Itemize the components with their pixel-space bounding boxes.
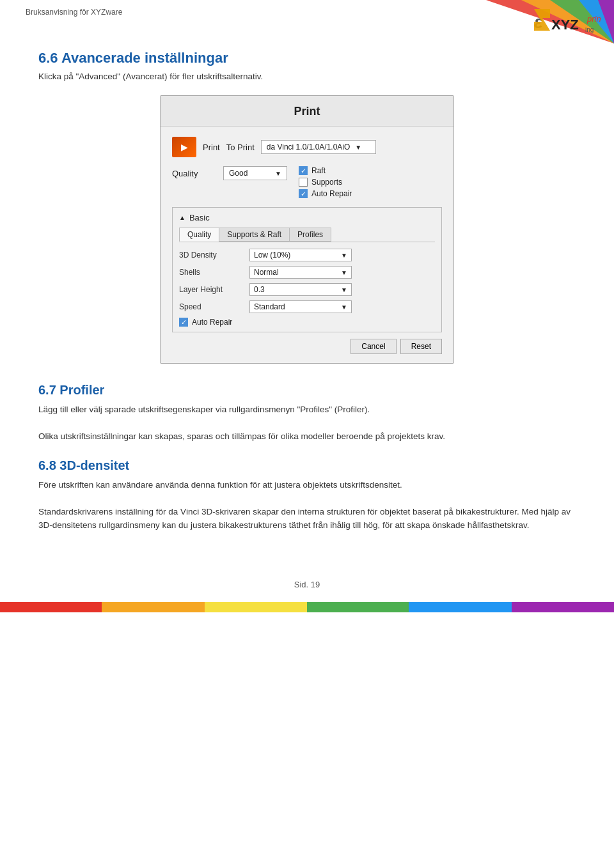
- raft-checkbox[interactable]: ✓: [299, 166, 308, 175]
- section-66-intro: Klicka på "Advanced" (Avancerat) för fle…: [38, 72, 576, 81]
- quality-label: Quality: [172, 166, 223, 178]
- quality-row: Quality Good ▼ ✓ Raft Supports: [172, 166, 442, 198]
- basic-header: ▲ Basic: [179, 213, 435, 222]
- dialog-buttons: Cancel Reset: [161, 332, 453, 354]
- brand-text: Bruksanvisning för XYZware: [26, 8, 122, 17]
- auto-repair-top-checkbox[interactable]: ✓: [299, 189, 308, 198]
- page-number: Sid. 19: [0, 573, 614, 602]
- shells-dropdown-arrow: ▼: [341, 269, 347, 276]
- auto-repair-bottom-checkbox[interactable]: ✓: [179, 318, 188, 327]
- speed-label: Speed: [179, 302, 249, 311]
- basic-section: ▲ Basic Quality Supports & Raft Profiles…: [172, 207, 442, 332]
- quality-select[interactable]: Good ▼: [223, 166, 287, 180]
- section-66-heading: 6.6 Avancerade inställningar: [38, 50, 576, 66]
- supports-row: Supports: [299, 178, 352, 187]
- svg-text:ing: ing: [585, 26, 594, 33]
- layer-height-dropdown-arrow: ▼: [341, 286, 347, 293]
- auto-repair-bottom-row: ✓ Auto Repair: [179, 318, 435, 327]
- tab-supports-raft[interactable]: Supports & Raft: [219, 228, 290, 242]
- section-67-text1: Lägg till eller välj sparade utskriftseg…: [38, 403, 576, 417]
- density-dropdown-arrow: ▼: [341, 252, 347, 259]
- section-66: 6.6 Avancerade inställningar Klicka på "…: [38, 50, 576, 81]
- tab-profiles[interactable]: Profiles: [289, 228, 331, 242]
- printer-value: da Vinci 1.0/1.0A/1.0AiO: [267, 143, 350, 151]
- reset-button[interactable]: Reset: [400, 339, 442, 354]
- section-67-heading: 6.7 Profiler: [38, 383, 576, 398]
- cancel-button[interactable]: Cancel: [350, 339, 396, 354]
- raft-label: Raft: [311, 166, 326, 175]
- shells-select[interactable]: Normal ▼: [249, 266, 352, 279]
- supports-checkbox[interactable]: [299, 178, 308, 187]
- layer-height-select[interactable]: 0.3 ▼: [249, 283, 352, 296]
- collapse-arrow-icon[interactable]: ▲: [179, 214, 185, 221]
- svg-text:XYZ: XYZ: [551, 17, 579, 33]
- to-print-label: To Print: [226, 143, 255, 152]
- printer-select[interactable]: da Vinci 1.0/1.0A/1.0AiO ▼: [261, 140, 376, 154]
- auto-repair-bottom-label: Auto Repair: [192, 318, 232, 327]
- print-row: Print To Print da Vinci 1.0/1.0A/1.0AiO …: [172, 137, 442, 157]
- section-68-heading: 6.8 3D-densitet: [38, 458, 576, 473]
- auto-repair-top-row: ✓ Auto Repair: [299, 189, 352, 198]
- quality-dropdown-arrow: ▼: [275, 170, 281, 177]
- bottom-color-bar: [0, 602, 614, 612]
- tab-quality[interactable]: Quality: [179, 228, 219, 242]
- section-68: 6.8 3D-densitet Före utskriften kan anvä…: [38, 458, 576, 532]
- quality-value: Good: [229, 169, 248, 178]
- layer-height-row: Layer Height 0.3 ▼: [179, 283, 435, 296]
- shells-label: Shells: [179, 268, 249, 277]
- print-dialog-title: Print: [161, 96, 453, 127]
- print-dialog: Print Print To Print da Vinci 1.0/1.0A/1…: [160, 95, 454, 364]
- basic-label: Basic: [189, 213, 210, 222]
- density-select[interactable]: Low (10%) ▼: [249, 249, 352, 261]
- raft-row: ✓ Raft: [299, 166, 352, 175]
- auto-repair-top-label: Auto Repair: [311, 189, 352, 198]
- print-label: Print: [203, 143, 220, 152]
- speed-value: Standard: [254, 302, 285, 311]
- layer-height-label: Layer Height: [179, 285, 249, 294]
- print-icon[interactable]: [172, 137, 196, 157]
- shells-value: Normal: [254, 268, 279, 277]
- logo: ε XYZ print ing: [531, 4, 601, 39]
- section-68-text2: Standardskrivarens inställning för da Vi…: [38, 505, 576, 532]
- checkboxes: ✓ Raft Supports ✓ Auto Repair: [299, 166, 352, 198]
- section-67-text2: Olika utskriftsinställningar kan skapas,…: [38, 430, 576, 444]
- density-value: Low (10%): [254, 251, 290, 260]
- supports-label: Supports: [311, 178, 342, 187]
- section-68-text1: Före utskriften kan användare använda de…: [38, 478, 576, 492]
- svg-text:print: print: [586, 14, 601, 24]
- speed-row: Speed Standard ▼: [179, 300, 435, 313]
- speed-dropdown-arrow: ▼: [341, 304, 347, 311]
- speed-select[interactable]: Standard ▼: [249, 300, 352, 313]
- shells-row: Shells Normal ▼: [179, 266, 435, 279]
- basic-tabs: Quality Supports & Raft Profiles: [179, 228, 435, 242]
- layer-height-value: 0.3: [254, 285, 265, 294]
- density-label: 3D Density: [179, 251, 249, 260]
- printer-dropdown-arrow: ▼: [355, 144, 361, 151]
- section-67: 6.7 Profiler Lägg till eller välj sparad…: [38, 383, 576, 443]
- density-row: 3D Density Low (10%) ▼: [179, 249, 435, 261]
